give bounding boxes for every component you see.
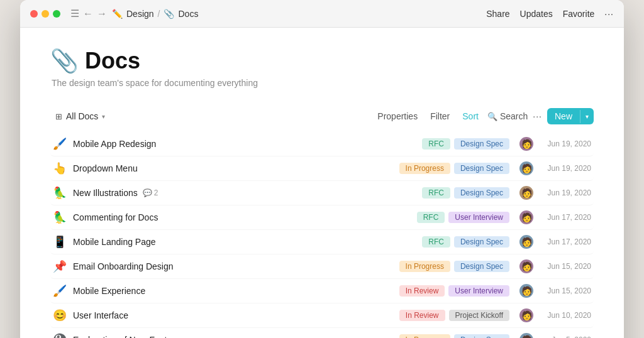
avatar: 🧑 — [519, 333, 533, 338]
doc-icon: 📌 — [53, 259, 73, 273]
avatar: 🧑 — [519, 186, 533, 200]
doc-date: Jun 17, 2020 — [541, 237, 591, 246]
page-header: 📎 Docs The design team's space for docum… — [50, 48, 594, 88]
share-button[interactable]: Share — [486, 9, 509, 19]
doc-tags: RFC Design Spec — [422, 236, 509, 248]
page-title: Docs — [85, 48, 140, 74]
titlebar-actions: Share Updates Favorite ··· — [486, 9, 614, 19]
close-button[interactable] — [30, 10, 38, 18]
avatar: 🧑 — [519, 235, 533, 249]
comment-icon: 💬 — [143, 188, 152, 197]
avatar: 🧑 — [519, 161, 533, 175]
menu-icon[interactable]: ☰ — [70, 8, 79, 19]
doc-date: Jun 15, 2020 — [541, 262, 591, 271]
doc-tags: RFC Design Spec — [422, 187, 509, 199]
properties-button[interactable]: Properties — [374, 109, 421, 124]
status-badge: In Progress — [399, 163, 450, 174]
favorite-button[interactable]: Favorite — [563, 9, 595, 19]
new-button-label: New — [547, 108, 580, 124]
doc-name: Mobile App Redesign — [73, 139, 422, 149]
status-badge: RFC — [417, 212, 445, 223]
doc-name: Commenting for Docs — [73, 212, 417, 222]
page-subtitle: The design team's space for documenting … — [52, 78, 594, 88]
filter-button[interactable]: Filter — [426, 109, 453, 124]
all-docs-label: All Docs — [66, 111, 98, 121]
type-badge: Design Spec — [454, 236, 509, 248]
doc-tags: RFC Design Spec — [422, 138, 509, 150]
avatar: 🧑 — [519, 259, 533, 273]
doc-name: Dropdown Menu — [73, 163, 399, 173]
all-docs-dropdown[interactable]: ⊞ All Docs ▾ — [50, 109, 110, 124]
doc-row[interactable]: 🖌️ Mobile App Redesign RFC Design Spec 🧑… — [50, 132, 594, 156]
updates-button[interactable]: Updates — [520, 9, 553, 19]
doc-name: Mobile Landing Page — [73, 237, 422, 247]
toolbar: ⊞ All Docs ▾ Properties Filter Sort 🔍 Se… — [50, 103, 594, 129]
status-badge: RFC — [422, 138, 450, 150]
new-button-arrow[interactable]: ▾ — [580, 110, 594, 123]
type-badge: Project Kickoff — [449, 310, 509, 321]
avatar: 🧑 — [519, 210, 533, 224]
doc-row[interactable]: 😊 User Interface In Review Project Kicko… — [50, 303, 594, 328]
breadcrumb: ✏️ Design / 📎 Docs — [112, 9, 198, 19]
search-button[interactable]: 🔍 Search — [487, 111, 528, 121]
doc-icon: 🖌️ — [53, 137, 73, 151]
type-badge: Design Spec — [454, 138, 509, 150]
status-badge: In Review — [399, 310, 445, 321]
sort-button[interactable]: Sort — [458, 109, 482, 124]
doc-tags: In Review User Interview — [399, 285, 509, 297]
more-options-button[interactable]: ··· — [533, 111, 542, 121]
doc-row[interactable]: 🖌️ Mobile Experience In Review User Inte… — [50, 279, 594, 303]
doc-tags: In Progress Design Spec — [399, 261, 509, 272]
app-window: ☰ ← → ✏️ Design / 📎 Docs Share Updates F… — [20, 0, 624, 338]
type-badge: Design Spec — [454, 334, 509, 338]
doc-name: Mobile Experience — [73, 286, 399, 296]
doc-row[interactable]: 📌 Email Onboarding Design In Progress De… — [50, 254, 594, 279]
titlebar-nav: ☰ ← → — [70, 8, 107, 19]
doc-row[interactable]: 📱 Mobile Landing Page RFC Design Spec 🧑 … — [50, 230, 594, 254]
breadcrumb-separator: / — [158, 9, 160, 19]
doc-tags: In Progress Design Spec — [399, 163, 509, 174]
new-button[interactable]: New ▾ — [547, 108, 594, 124]
avatar: 🧑 — [519, 284, 533, 298]
doc-date: Jun 19, 2020 — [541, 188, 591, 197]
more-actions-button[interactable]: ··· — [604, 9, 614, 19]
avatar: 🧑 — [519, 308, 533, 322]
doc-date: Jun 17, 2020 — [541, 213, 591, 222]
avatar: 🧑 — [519, 137, 533, 151]
doc-date: Jun 19, 2020 — [541, 164, 591, 173]
doc-row[interactable]: 🎱 Exploration of New Fonts In Progress D… — [50, 328, 594, 338]
breadcrumb-docs-icon: 📎 — [164, 9, 174, 19]
doc-tags: RFC User Interview — [417, 212, 509, 223]
back-icon[interactable]: ← — [83, 8, 93, 19]
forward-icon[interactable]: → — [97, 8, 107, 19]
type-badge: Design Spec — [454, 261, 509, 272]
doc-tags: In Progress Design Spec — [399, 334, 509, 338]
type-badge: User Interview — [448, 212, 509, 223]
status-badge: RFC — [422, 236, 450, 248]
doc-name: Exploration of New Fonts — [73, 335, 399, 338]
status-badge: RFC — [422, 187, 450, 199]
doc-date: Jun 10, 2020 — [541, 311, 591, 320]
type-badge: Design Spec — [454, 163, 509, 174]
doc-icon: 🦜 — [53, 210, 73, 224]
traffic-lights — [30, 10, 60, 18]
breadcrumb-design-label[interactable]: Design — [126, 9, 154, 19]
doc-list: 🖌️ Mobile App Redesign RFC Design Spec 🧑… — [50, 132, 594, 338]
doc-row[interactable]: 👆 Dropdown Menu In Progress Design Spec … — [50, 156, 594, 181]
maximize-button[interactable] — [53, 10, 60, 18]
doc-name: Email Onboarding Design — [73, 261, 399, 271]
breadcrumb-docs-label[interactable]: Docs — [178, 9, 198, 19]
doc-tags: In Review Project Kickoff — [399, 310, 509, 321]
doc-name: New Illustrations 💬 2 — [73, 188, 422, 198]
doc-icon: 👆 — [53, 161, 73, 175]
doc-row[interactable]: 🦜 Commenting for Docs RFC User Interview… — [50, 205, 594, 230]
status-badge: In Progress — [399, 334, 450, 338]
doc-row[interactable]: 🦜 New Illustrations 💬 2 RFC Design Spec … — [50, 181, 594, 205]
doc-icon: 🎱 — [53, 333, 73, 338]
status-badge: In Progress — [399, 261, 450, 272]
doc-date: Jun 5, 2020 — [541, 335, 591, 338]
minimize-button[interactable] — [42, 10, 49, 18]
status-badge: In Review — [399, 285, 445, 297]
doc-icon: 😊 — [53, 308, 73, 322]
doc-date: Jun 15, 2020 — [541, 286, 591, 295]
